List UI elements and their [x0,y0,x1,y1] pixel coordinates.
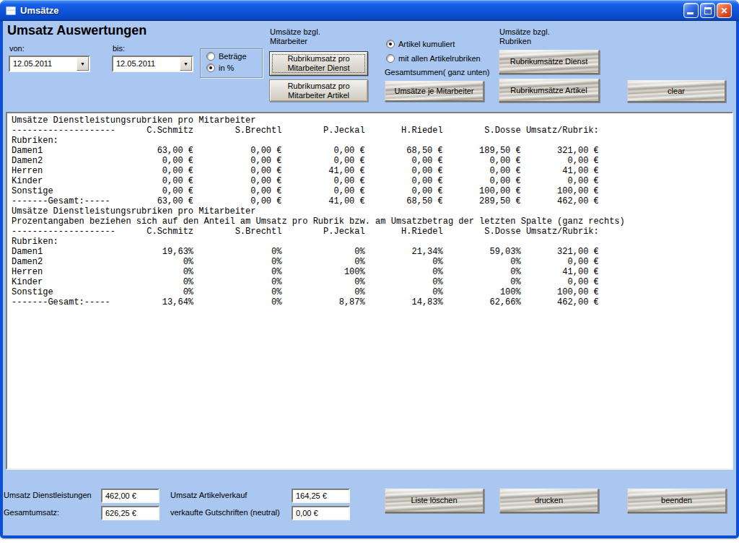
drucken-button[interactable]: drucken [499,489,599,513]
form-icon [6,6,17,16]
page-title: Umsatz Auswertungen [7,23,147,38]
display-mode-groupbox: Beträge in % [200,48,263,78]
radio-icon [386,40,395,48]
umsatz-dienstleistungen-field[interactable]: 462,00 € [101,489,159,503]
minimize-button[interactable] [683,3,699,18]
gesamtumsatz-field[interactable]: 626,25 € [101,506,159,520]
app-window: Umsätze ✕ Umsatz Auswertungen von: 12.05… [0,0,739,538]
beenden-button[interactable]: beenden [627,489,727,513]
rubrikumsatz-pro-mitarbeiter-artikel-button[interactable]: Rubrikumsatz pro Mitarbeiter Artikel [269,79,368,102]
maximize-button[interactable] [700,3,715,18]
umsatz-dienstleistungen-label: Umsatz Dienstleistungen [4,491,92,500]
bis-date-combobox[interactable]: 12.05.2011 ▼ [112,56,193,72]
report-text: Umsätze Dienstleistungsrubriken pro Mita… [7,113,732,307]
gesamtumsatz-label: Gesamtumsatz: [4,508,59,517]
rubrikumsaetze-artikel-button[interactable]: Rubrikumsätze Artikel [499,79,600,102]
clear-button[interactable]: clear [627,80,726,102]
umsaetze-je-mitarbeiter-button[interactable]: Umsätze je Mitarbeiter [385,81,484,102]
combo-arrow-icon: ▼ [80,61,85,66]
report-textarea[interactable]: Umsätze Dienstleistungsrubriken pro Mita… [6,112,733,470]
close-icon: ✕ [717,4,731,17]
gesamtsummen-label: Gesamtsummen( ganz unten) [385,68,490,77]
radio-artikel-kumuliert[interactable]: Artikel kumuliert [386,40,455,48]
umsaetze-bzgl-rubriken-label: Umsätze bzgl.Rubriken [499,27,550,46]
von-date-value: 12.05.2011 [10,57,76,71]
combo-arrow-icon: ▼ [183,61,188,66]
radio-icon [386,54,395,63]
minimize-icon [687,12,694,14]
radio-mit-allen-artikelrubriken[interactable]: mit allen Artikelrubriken [386,54,481,63]
umsatz-artikelverkauf-field[interactable]: 164,25 € [292,489,350,503]
rubrikumsatz-pro-mitarbeiter-dienst-button[interactable]: Rubrikumsatz pro Mitarbeiter Dienst [269,51,368,76]
umsaetze-bzgl-mitarbeiter-label: Umsätze bzgl.Mitarbeiter [270,27,320,46]
umsatz-artikelverkauf-label: Umsatz Artikelverkauf [170,491,247,500]
bis-date-value: 12.05.2011 [113,57,180,71]
von-date-dropdown-button[interactable]: ▼ [76,57,89,71]
maximize-icon [704,7,712,14]
bis-label: bis: [113,44,125,53]
form-client-area: Umsatz Auswertungen von: 12.05.2011 ▼ bi… [3,21,736,535]
verkaufte-gutschriften-field[interactable]: 0,00 € [292,506,350,520]
rubrikumsaetze-dienst-button[interactable]: Rubrikumsätze Dienst [499,50,600,74]
liste-loeschen-button[interactable]: Liste löschen [385,489,484,513]
radio-betraege[interactable]: Beträge [206,52,262,61]
verkaufte-gutschriften-label: verkaufte Gutschriften (neutral) [170,508,280,517]
radio-icon [206,52,215,61]
radio-icon [206,64,215,72]
close-button[interactable]: ✕ [717,3,732,18]
von-date-combobox[interactable]: 12.05.2011 ▼ [9,56,90,72]
titlebar[interactable]: Umsätze ✕ [0,0,739,21]
window-title: Umsätze [20,5,58,16]
radio-in-percent[interactable]: in % [206,64,262,72]
bis-date-dropdown-button[interactable]: ▼ [180,57,192,71]
von-label: von: [9,44,25,53]
